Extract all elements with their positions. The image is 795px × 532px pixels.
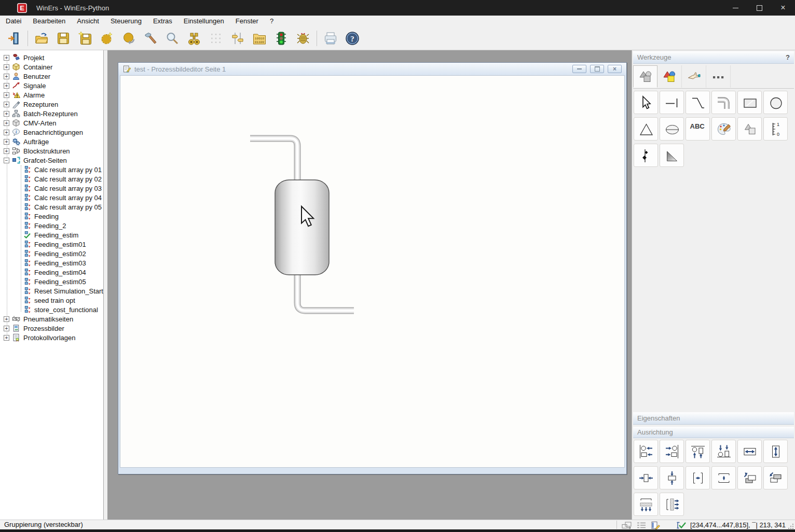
panel-splitter[interactable] [104, 50, 107, 520]
tree-item-feeding-2[interactable]: Feeding_2 [0, 221, 103, 230]
toolbar-project-start-button[interactable] [96, 29, 118, 48]
expand-box[interactable]: + [4, 92, 9, 98]
expand-box[interactable]: + [4, 148, 9, 154]
editor-minimize-button[interactable] [572, 65, 586, 73]
space-h-button[interactable] [686, 466, 710, 489]
tree-item-calc-result-array-py-05[interactable]: Calc result array py 05 [0, 202, 103, 212]
toolbar-save-button[interactable] [52, 29, 74, 48]
palette-button[interactable] [711, 117, 736, 141]
expand-box[interactable]: + [4, 111, 9, 117]
tree-item-prozessbilder[interactable]: +Prozessbilder [0, 324, 103, 333]
rect-tool-button[interactable] [737, 91, 762, 114]
resize-grip[interactable] [788, 523, 794, 529]
align-left-button[interactable] [634, 440, 658, 463]
tree-item-feeding-estim04[interactable]: Feeding_estim04 [0, 268, 103, 277]
center-h-button[interactable] [634, 466, 658, 489]
menu-item-steuerung[interactable]: Steuerung [105, 16, 147, 27]
align-right-button[interactable] [660, 440, 684, 463]
triangle-tool-button[interactable] [634, 117, 658, 141]
tree-item-reset-simulation-start[interactable]: Reset Simulation_Start [0, 286, 103, 296]
same-height-button[interactable] [763, 440, 788, 463]
expand-box[interactable]: + [4, 316, 9, 322]
toolbar-binoculars-button[interactable] [183, 29, 205, 48]
tree-item-feeding-estim01[interactable]: Feeding_estim01 [0, 240, 103, 249]
expand-box[interactable]: + [4, 102, 9, 107]
tree-item-benutzer[interactable]: +Benutzer [0, 72, 103, 81]
tree-item-protokollvorlagen[interactable]: +Protokollvorlagen [0, 333, 103, 342]
menu-item-ansicht[interactable]: Ansicht [71, 16, 105, 27]
tree-item-rezepturen[interactable]: +Rezepturen [0, 100, 103, 109]
to-back-button[interactable] [763, 466, 788, 489]
toolbar-magnifier-button[interactable] [161, 29, 183, 48]
tree-item-store-cost-functional[interactable]: store_cost_functional [0, 305, 103, 314]
polyline-button[interactable] [686, 91, 710, 114]
raster-bottom-button[interactable] [634, 493, 658, 516]
to-front-button[interactable] [737, 466, 762, 489]
expand-box[interactable]: + [4, 74, 9, 79]
close-button[interactable]: × [771, 0, 795, 16]
toolbar-bug-button[interactable] [292, 29, 314, 48]
panel-help-button[interactable]: ? [786, 53, 790, 61]
tool-tab-hand[interactable] [682, 65, 706, 88]
tree-item-benachrichtigungen[interactable]: +iBenachrichtigungen [0, 128, 103, 137]
tree-item-projekt[interactable]: +Projekt [0, 53, 103, 62]
menu-item-[interactable]: ? [264, 16, 279, 27]
vessel-shape[interactable] [275, 180, 329, 275]
tank-tool-button[interactable] [660, 117, 684, 141]
tool-tab-dots[interactable] [706, 65, 731, 88]
shapes-tool-button[interactable] [737, 117, 762, 141]
tree-item-calc-result-array-py-02[interactable]: Calc result array py 02 [0, 174, 103, 184]
lines-button[interactable] [635, 521, 648, 529]
tree-item-container[interactable]: +Container [0, 62, 103, 72]
menu-item-fenster[interactable]: Fenster [230, 16, 264, 27]
toolbar-binary-folder-button[interactable]: 1001001100 [249, 29, 270, 48]
tree-item-auftr-ge[interactable]: +Aufträge [0, 137, 103, 146]
expand-box[interactable]: + [4, 120, 9, 126]
toolbar-traffic-light-button[interactable] [270, 29, 292, 48]
align-top-button[interactable] [686, 440, 710, 463]
tree-item-alarme[interactable]: +Alarme [0, 90, 103, 100]
text-tool-button[interactable]: ABC [686, 117, 710, 141]
center-v-button[interactable] [660, 466, 684, 489]
cursor-button[interactable] [634, 91, 658, 114]
line-button[interactable] [660, 91, 684, 114]
toolbar-help-button[interactable]: ? [341, 29, 363, 48]
editor-close-button[interactable]: × [608, 65, 622, 73]
editor-title-bar[interactable]: test - Prozessbildeditor Seite 1 × [118, 63, 626, 75]
raster-right-button[interactable] [660, 493, 684, 516]
toolbar-grid-dots-button[interactable] [205, 29, 227, 48]
align-bottom-button[interactable] [711, 440, 736, 463]
tree-item-cmv-arten[interactable]: +CMV-Arten [0, 118, 103, 128]
tree-item-signale[interactable]: +Signale [0, 81, 103, 90]
expand-box[interactable]: + [4, 326, 9, 331]
tree-item-blockstrukturen[interactable]: +Blockstrukturen [0, 146, 103, 156]
tree-item-feeding-estim03[interactable]: Feeding_estim03 [0, 258, 103, 268]
group-button[interactable] [621, 521, 633, 529]
expand-box[interactable]: + [4, 139, 9, 145]
tool-tab-shapes-color[interactable] [657, 65, 682, 88]
space-v-button[interactable] [711, 466, 736, 489]
toolbar-hammer-button[interactable] [140, 29, 161, 48]
toolbar-save-new-button[interactable] [74, 29, 96, 48]
toolbar-printer-button[interactable] [320, 29, 341, 48]
ramp-tool-button[interactable] [660, 144, 684, 167]
minimize-button[interactable] [723, 0, 747, 16]
tree-item-batch-rezepturen[interactable]: +Batch-Rezepturen [0, 109, 103, 118]
tree-item-feeding[interactable]: Feeding [0, 212, 103, 221]
editor-restore-button[interactable] [590, 65, 604, 73]
editor-canvas[interactable] [120, 75, 625, 468]
toolbar-open-folder-button[interactable] [31, 29, 52, 48]
expand-box[interactable]: + [4, 55, 9, 61]
menu-item-extras[interactable]: Extras [147, 16, 178, 27]
tree-item-feeding-estim[interactable]: Feeding_estim [0, 230, 103, 240]
toolbar-sliders-button[interactable] [227, 29, 249, 48]
tree-item-feeding-estim02[interactable]: Feeding_estim02 [0, 249, 103, 258]
menu-item-datei[interactable]: Datei [0, 16, 27, 27]
same-width-button[interactable] [737, 440, 762, 463]
collapse-box[interactable]: − [4, 158, 9, 163]
tree-item-calc-result-array-py-03[interactable]: Calc result array py 03 [0, 184, 103, 193]
toolbar-exit-door-button[interactable] [3, 29, 25, 48]
ellipse-tool-button[interactable] [763, 91, 788, 114]
expand-box[interactable]: + [4, 335, 9, 341]
tool-tab-shapes-gray[interactable] [633, 65, 657, 88]
